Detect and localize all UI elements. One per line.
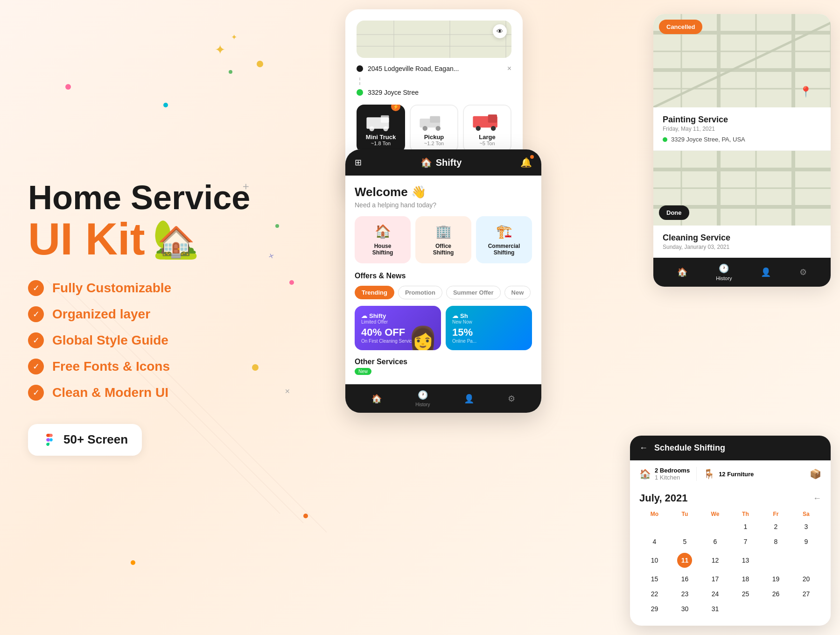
- cal-day[interactable]: 12: [700, 549, 730, 572]
- cal-day[interactable]: [670, 519, 700, 534]
- history-map-area-2: Done: [653, 151, 831, 226]
- commercial-shifting-label: CommercialShifting: [481, 243, 527, 256]
- cal-day[interactable]: 3: [791, 519, 821, 534]
- feature-3: ✓ Global Style Guide: [28, 332, 299, 348]
- pickup-truck-icon: [418, 111, 450, 132]
- furniture-text: 12 Furniture: [719, 471, 754, 478]
- address-from-text: 2045 Lodgeville Road, Eagan...: [368, 65, 459, 72]
- cal-day[interactable]: 4: [639, 534, 670, 549]
- calendar-grid: Mo Tu We Th Fr Sa 1 2 3: [639, 509, 821, 616]
- cal-day[interactable]: 7: [730, 534, 761, 549]
- cal-day[interactable]: 1: [730, 519, 761, 534]
- cal-day[interactable]: [639, 519, 670, 534]
- nav-profile[interactable]: 👤: [464, 394, 474, 404]
- address-connector: [359, 78, 511, 85]
- schedule-header: ← Schedule Shifting: [630, 436, 831, 460]
- close-address-button[interactable]: ×: [507, 64, 511, 73]
- cal-day[interactable]: 30: [670, 601, 700, 616]
- cal-week-1: 1 2 3: [639, 519, 821, 534]
- new-badge: New: [355, 368, 371, 375]
- cal-day[interactable]: 17: [700, 572, 730, 586]
- cal-day-selected[interactable]: 11: [670, 549, 700, 572]
- cal-day[interactable]: 26: [761, 586, 791, 601]
- feature-2: ✓ Organized layer: [28, 306, 299, 322]
- cal-day[interactable]: 10: [639, 549, 670, 572]
- cal-day[interactable]: [791, 549, 821, 572]
- svg-rect-17: [488, 114, 497, 123]
- hist-nav-home[interactable]: 🏠: [677, 267, 687, 277]
- cal-day[interactable]: 29: [639, 601, 670, 616]
- feature-1: ✓ Fully Customizable: [28, 280, 299, 296]
- hist-nav-settings[interactable]: ⚙: [799, 267, 807, 277]
- feature-label-5: Clean & Modern UI: [52, 385, 168, 400]
- furniture-chip: 🪑 12 Furniture: [703, 468, 754, 480]
- promo-card-1[interactable]: ☁ Shifty Limited Offer 40% OFF On First …: [355, 306, 441, 350]
- hist-nav-profile[interactable]: 👤: [761, 267, 771, 277]
- cal-day[interactable]: [761, 601, 791, 616]
- box-icon: 📦: [810, 468, 821, 480]
- truck-mini-card[interactable]: ⚡ Mini Truck ~1.8 Ton: [357, 105, 405, 153]
- promo-card-2[interactable]: ☁ Sh New Now 15% Online Pa...: [446, 306, 532, 350]
- nav-history[interactable]: 🕐 History: [415, 390, 430, 407]
- nav-settings[interactable]: ⚙: [508, 394, 515, 404]
- nav-home[interactable]: 🏠: [371, 394, 382, 404]
- cal-day[interactable]: [700, 519, 730, 534]
- cal-day[interactable]: 31: [700, 601, 730, 616]
- cal-day[interactable]: 24: [700, 586, 730, 601]
- truck-pickup-card[interactable]: Pickup ~1.2 Ton: [410, 105, 458, 153]
- cal-day[interactable]: 25: [730, 586, 761, 601]
- house-emoji: 🏡: [153, 220, 199, 258]
- hist-history-label: History: [716, 275, 732, 281]
- promo2-offer-label: New Now: [452, 319, 525, 325]
- cal-day[interactable]: [730, 601, 761, 616]
- cal-day[interactable]: 23: [670, 586, 700, 601]
- house-shifting-card[interactable]: 🏠 HouseShifting: [355, 216, 411, 263]
- feature-label-1: Fully Customizable: [52, 281, 171, 296]
- cal-day[interactable]: 27: [791, 586, 821, 601]
- other-services-title: Other Services: [355, 358, 532, 366]
- tab-promotion[interactable]: Promotion: [398, 286, 442, 299]
- promo1-brand-text: Shifty: [369, 312, 386, 319]
- cal-day[interactable]: 8: [761, 534, 791, 549]
- cal-day[interactable]: 2: [761, 519, 791, 534]
- feature-4: ✓ Free Fonts & Icons: [28, 359, 299, 374]
- menu-icon[interactable]: ⊞: [355, 157, 362, 168]
- back-button[interactable]: ←: [639, 443, 648, 453]
- feature-label-4: Free Fonts & Icons: [52, 359, 170, 374]
- cal-day[interactable]: 13: [730, 549, 761, 572]
- cal-day[interactable]: 5: [670, 534, 700, 549]
- history-nav-icon: 🕐: [418, 390, 428, 400]
- cal-day[interactable]: 9: [791, 534, 821, 549]
- tab-new[interactable]: New: [504, 286, 531, 299]
- cal-day[interactable]: 6: [700, 534, 730, 549]
- offers-title: Offers & News: [355, 272, 532, 280]
- painting-service-info: Painting Service Friday, May 11, 2021 33…: [653, 107, 831, 150]
- truck-large-card[interactable]: Large ~5 Ton: [463, 105, 511, 153]
- trucks-selection-row: ⚡ Mini Truck ~1.8 Ton Pickup ~: [357, 105, 511, 153]
- cal-day[interactable]: 22: [639, 586, 670, 601]
- cal-day[interactable]: 15: [639, 572, 670, 586]
- cal-day[interactable]: [791, 601, 821, 616]
- cal-day[interactable]: 19: [761, 572, 791, 586]
- svg-point-19: [491, 126, 496, 131]
- commercial-shifting-card[interactable]: 🏗️ CommercialShifting: [476, 216, 532, 263]
- hist-nav-history[interactable]: 🕐 History: [716, 263, 732, 281]
- notification-icon-wrap[interactable]: 🔔: [520, 157, 532, 168]
- office-shifting-card[interactable]: 🏢 OfficeShifting: [415, 216, 471, 263]
- cal-header-tu: Tu: [670, 509, 700, 519]
- promo1-brand: ☁ Shifty: [361, 312, 434, 319]
- promo1-person-emoji: 👩: [408, 327, 437, 350]
- tab-summer-offer[interactable]: Summer Offer: [446, 286, 501, 299]
- screen-count: 50+ Screen: [63, 432, 128, 447]
- map-eye-icon[interactable]: 👁: [493, 24, 507, 38]
- cal-day[interactable]: 20: [791, 572, 821, 586]
- cal-day[interactable]: [761, 549, 791, 572]
- app-name: Shifty: [436, 157, 462, 168]
- cal-prev-button[interactable]: ←: [813, 494, 821, 503]
- history-nav-label: History: [415, 402, 430, 407]
- cal-day[interactable]: 18: [730, 572, 761, 586]
- uikit-text: UI Kit: [28, 217, 145, 261]
- promo2-cloud-icon: ☁: [452, 312, 458, 319]
- tab-trending[interactable]: Trending: [355, 286, 394, 299]
- cal-day[interactable]: 16: [670, 572, 700, 586]
